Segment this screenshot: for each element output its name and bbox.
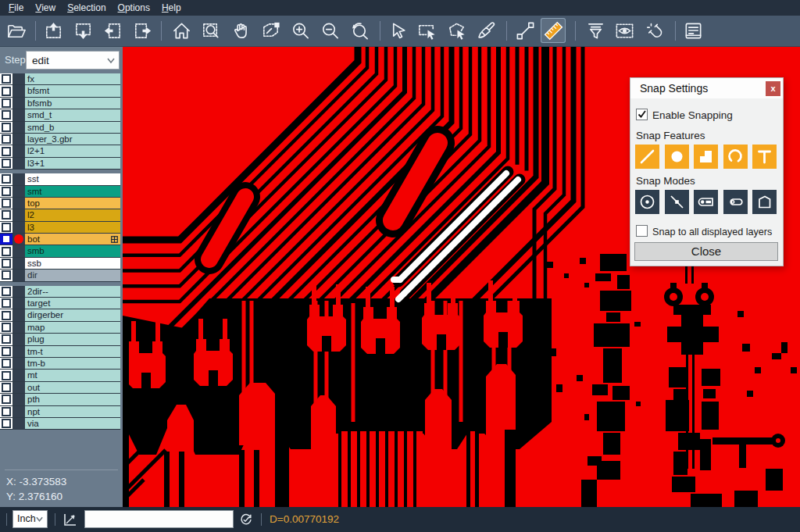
layer-marker-cell[interactable] <box>13 73 25 84</box>
layer-marker-cell[interactable] <box>13 222 25 233</box>
layer-name[interactable]: mt <box>25 370 120 380</box>
layer-visibility-checkbox[interactable] <box>0 394 13 405</box>
layer-marker-cell[interactable] <box>13 145 25 156</box>
layer-visibility-checkbox[interactable] <box>0 198 13 209</box>
layer-marker-cell[interactable] <box>13 298 25 309</box>
layer-visibility-checkbox[interactable] <box>0 222 13 233</box>
layer-marker-cell[interactable] <box>13 418 25 429</box>
layer-visibility-checkbox[interactable] <box>0 158 13 169</box>
layer-marker-cell[interactable] <box>13 394 25 405</box>
mode-slot-outline-button[interactable] <box>723 190 748 214</box>
layer-marker-cell[interactable] <box>13 245 25 256</box>
layer-visibility-checkbox[interactable] <box>0 109 13 120</box>
snap-line-button[interactable] <box>635 145 659 169</box>
menu-view[interactable]: View <box>35 2 55 13</box>
layer-visibility-checkbox[interactable] <box>0 309 13 320</box>
layer-marker-cell[interactable] <box>13 258 25 269</box>
layer-marker-cell[interactable] <box>13 109 25 120</box>
layer-marker-cell[interactable] <box>13 322 25 333</box>
layer-name[interactable]: tm-t <box>25 346 120 357</box>
layer-visibility-checkbox[interactable] <box>0 346 13 357</box>
layer-name[interactable]: tm-b <box>25 358 120 369</box>
layer-name[interactable]: out <box>25 382 120 393</box>
layer-name[interactable]: dir <box>25 270 120 280</box>
layer-name[interactable]: pth <box>25 394 120 405</box>
layer-name[interactable]: l3+1 <box>25 158 120 169</box>
layer-name[interactable]: l3 <box>25 222 120 233</box>
layer-visibility-checkbox[interactable] <box>0 122 13 133</box>
mode-slot-filled-button[interactable] <box>694 190 718 214</box>
angle-icon[interactable] <box>62 512 79 527</box>
layer-name[interactable]: bfsmt <box>25 85 120 96</box>
snap-text-button[interactable] <box>752 145 777 169</box>
measure-line-button[interactable] <box>512 18 538 43</box>
layer-name[interactable]: dirgerber <box>25 309 120 320</box>
layer-marker-cell[interactable] <box>13 309 25 320</box>
layer-marker-cell[interactable] <box>13 85 25 96</box>
dialog-title-bar[interactable]: Snap Settings x <box>630 78 783 98</box>
layer-marker-cell[interactable] <box>13 334 25 345</box>
snap-arc-button[interactable] <box>723 145 748 169</box>
layer-visibility-checkbox[interactable] <box>0 382 13 393</box>
layer-name[interactable]: l2+1 <box>25 145 120 156</box>
pan-hand-button[interactable] <box>228 18 253 43</box>
layer-name[interactable]: top <box>25 198 120 209</box>
layer-visibility-checkbox[interactable] <box>0 85 13 96</box>
layer-visibility-checkbox[interactable] <box>0 73 13 84</box>
layer-name[interactable]: 2dir-- <box>25 286 120 297</box>
dialog-close-icon[interactable]: x <box>766 81 780 96</box>
layer-visibility-checkbox[interactable] <box>0 298 13 309</box>
zoom-window-button[interactable] <box>198 18 223 43</box>
layer-marker-cell[interactable] <box>13 209 25 220</box>
layer-name[interactable]: npt <box>25 406 120 417</box>
layer-marker-cell[interactable] <box>13 286 25 297</box>
dialog-close-button[interactable]: Close <box>634 242 778 261</box>
layer-visibility-checkbox[interactable] <box>0 98 13 109</box>
layer-marker-cell[interactable] <box>13 382 25 393</box>
layer-name[interactable]: ssb <box>25 258 120 269</box>
view-selection-eye-button[interactable] <box>612 18 637 43</box>
arrow-left-box-button[interactable] <box>100 18 125 43</box>
measure-input[interactable] <box>84 510 234 528</box>
layer-visibility-checkbox[interactable] <box>0 234 13 245</box>
layer-marker-cell[interactable] <box>13 346 25 357</box>
report-form-button[interactable] <box>680 18 705 43</box>
layer-visibility-checkbox[interactable] <box>0 322 13 333</box>
snap-all-layers-checkbox[interactable] <box>636 225 648 237</box>
layer-visibility-checkbox[interactable] <box>0 173 13 184</box>
layer-marker-cell[interactable] <box>13 122 25 133</box>
layer-name[interactable]: sst <box>25 173 120 184</box>
arrow-up-box-button[interactable] <box>41 18 66 43</box>
select-polygon-button[interactable] <box>444 18 469 43</box>
layer-marker-cell[interactable] <box>13 198 25 209</box>
layer-name[interactable]: target <box>25 298 120 309</box>
layer-visibility-checkbox[interactable] <box>0 334 13 345</box>
select-pointer-button[interactable] <box>386 18 411 43</box>
layer-name[interactable]: smt <box>25 186 120 197</box>
layer-marker-cell[interactable] <box>13 358 25 369</box>
layer-visibility-checkbox[interactable] <box>0 358 13 369</box>
layer-visibility-checkbox[interactable] <box>0 370 13 380</box>
layer-marker-cell[interactable] <box>13 134 25 145</box>
enable-snapping-checkbox[interactable] <box>636 109 648 120</box>
zoom-in-button[interactable] <box>288 18 312 43</box>
layer-name[interactable]: layer_3.gbr <box>25 134 120 145</box>
menu-file[interactable]: File <box>9 2 23 13</box>
zoom-previous-button[interactable] <box>347 18 372 43</box>
clear-brush-button[interactable] <box>473 18 498 43</box>
layer-name[interactable]: l2 <box>25 209 120 220</box>
layer-name[interactable]: fx <box>25 73 120 84</box>
snap-magnet-button[interactable] <box>641 18 666 43</box>
menu-options[interactable]: Options <box>118 2 150 13</box>
layer-marker-cell[interactable] <box>13 186 25 197</box>
layer-marker-cell[interactable] <box>13 158 25 169</box>
layer-visibility-checkbox[interactable] <box>0 145 13 156</box>
layer-visibility-checkbox[interactable] <box>0 286 13 297</box>
mode-corner-button[interactable] <box>752 190 777 214</box>
mode-center-button[interactable] <box>635 190 659 214</box>
step-select[interactable]: edit <box>26 51 120 70</box>
select-rect-button[interactable] <box>414 18 439 43</box>
layer-visibility-checkbox[interactable] <box>0 134 13 145</box>
zoom-area-button[interactable] <box>258 18 283 43</box>
menu-help[interactable]: Help <box>162 2 181 13</box>
